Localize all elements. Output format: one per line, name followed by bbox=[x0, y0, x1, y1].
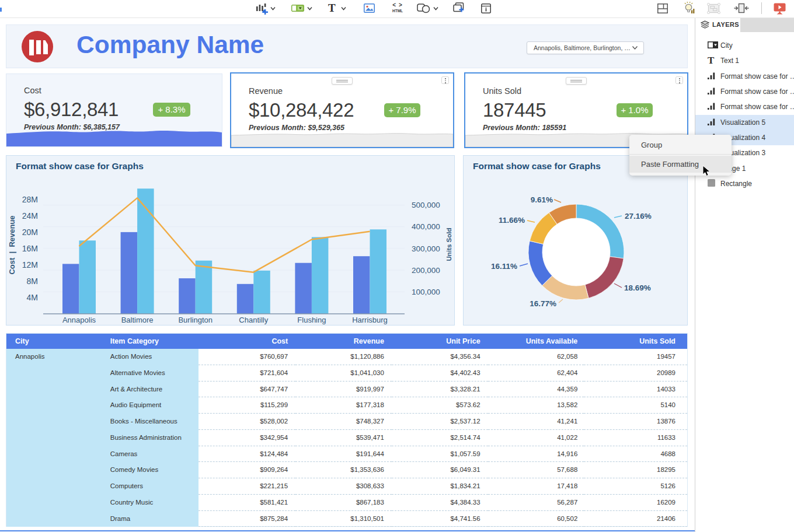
svg-text:8M: 8M bbox=[27, 276, 38, 286]
svg-text:16.77%: 16.77% bbox=[530, 299, 556, 308]
svg-text:Baltimore: Baltimore bbox=[121, 316, 154, 324]
svg-text:12M: 12M bbox=[22, 260, 38, 270]
svg-text:24M: 24M bbox=[22, 211, 38, 220]
svg-text:Units Sold: Units Sold bbox=[445, 228, 452, 261]
svg-text:16M: 16M bbox=[22, 244, 38, 253]
svg-text:20M: 20M bbox=[22, 228, 38, 237]
svg-text:Cost | Revenue: Cost | Revenue bbox=[8, 215, 16, 274]
svg-text:11.66%: 11.66% bbox=[499, 216, 525, 225]
svg-text:9.61%: 9.61% bbox=[531, 195, 553, 204]
svg-text:Burlington: Burlington bbox=[178, 316, 213, 324]
svg-text:200,000: 200,000 bbox=[412, 266, 440, 275]
svg-text:Flushing: Flushing bbox=[297, 316, 326, 324]
svg-text:400,000: 400,000 bbox=[412, 222, 440, 231]
svg-text:16.11%: 16.11% bbox=[491, 262, 517, 271]
svg-text:300,000: 300,000 bbox=[412, 244, 440, 253]
svg-text:Harrisburg: Harrisburg bbox=[352, 316, 388, 324]
svg-text:18.69%: 18.69% bbox=[624, 284, 651, 292]
svg-text:500,000: 500,000 bbox=[412, 201, 440, 209]
svg-text:4M: 4M bbox=[27, 293, 38, 302]
svg-text:100,000: 100,000 bbox=[412, 288, 440, 296]
svg-text:28M: 28M bbox=[22, 195, 38, 204]
svg-text:27.16%: 27.16% bbox=[625, 212, 652, 220]
svg-text:Chantilly: Chantilly bbox=[239, 316, 268, 324]
svg-text:Annapolis: Annapolis bbox=[62, 316, 96, 324]
